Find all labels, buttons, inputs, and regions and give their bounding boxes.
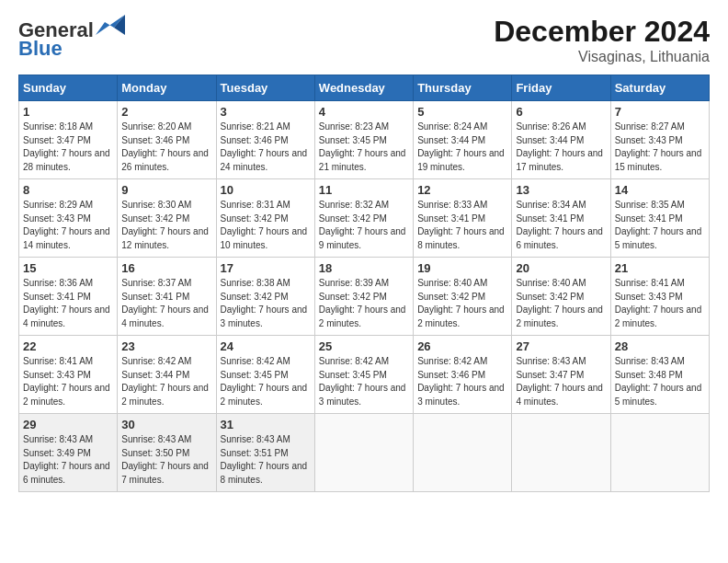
day-info: Sunrise: 8:35 AM Sunset: 3:41 PM Dayligh… xyxy=(615,199,705,252)
month-title: December 2024 xyxy=(494,15,710,49)
table-row: 13 Sunrise: 8:34 AM Sunset: 3:41 PM Dayl… xyxy=(512,179,610,258)
day-info: Sunrise: 8:21 AM Sunset: 3:46 PM Dayligh… xyxy=(221,121,311,174)
day-number: 6 xyxy=(516,105,606,119)
table-row: 30 Sunrise: 8:43 AM Sunset: 3:50 PM Dayl… xyxy=(118,414,216,492)
day-number: 1 xyxy=(23,105,113,119)
header: General Blue December 2024 Visaginas, Li… xyxy=(18,15,710,65)
day-number: 16 xyxy=(121,261,211,275)
day-info: Sunrise: 8:43 AM Sunset: 3:47 PM Dayligh… xyxy=(516,355,606,408)
table-row: 11 Sunrise: 8:32 AM Sunset: 3:42 PM Dayl… xyxy=(314,179,413,258)
day-info: Sunrise: 8:30 AM Sunset: 3:42 PM Dayligh… xyxy=(121,199,211,252)
day-number: 3 xyxy=(221,105,311,119)
calendar-week-3: 22 Sunrise: 8:41 AM Sunset: 3:43 PM Dayl… xyxy=(19,336,710,414)
table-row: 28 Sunrise: 8:43 AM Sunset: 3:48 PM Dayl… xyxy=(610,336,709,414)
col-saturday: Saturday xyxy=(610,75,709,101)
day-number: 25 xyxy=(319,339,409,353)
day-info: Sunrise: 8:43 AM Sunset: 3:48 PM Dayligh… xyxy=(615,355,705,408)
day-number: 27 xyxy=(516,339,606,353)
day-number: 12 xyxy=(417,183,507,197)
calendar-header-row: Sunday Monday Tuesday Wednesday Thursday… xyxy=(19,75,710,101)
table-row: 26 Sunrise: 8:42 AM Sunset: 3:46 PM Dayl… xyxy=(414,336,512,414)
col-thursday: Thursday xyxy=(414,75,512,101)
table-row: 27 Sunrise: 8:43 AM Sunset: 3:47 PM Dayl… xyxy=(512,336,610,414)
day-info: Sunrise: 8:29 AM Sunset: 3:43 PM Dayligh… xyxy=(23,199,113,252)
table-row: 8 Sunrise: 8:29 AM Sunset: 3:43 PM Dayli… xyxy=(19,179,118,258)
table-row: 29 Sunrise: 8:43 AM Sunset: 3:49 PM Dayl… xyxy=(19,414,118,492)
day-number: 2 xyxy=(121,105,211,119)
day-number: 28 xyxy=(615,339,705,353)
table-row: 7 Sunrise: 8:27 AM Sunset: 3:43 PM Dayli… xyxy=(610,101,709,179)
table-row: 23 Sunrise: 8:42 AM Sunset: 3:44 PM Dayl… xyxy=(118,336,216,414)
day-number: 8 xyxy=(23,183,113,197)
day-info: Sunrise: 8:43 AM Sunset: 3:50 PM Dayligh… xyxy=(121,433,211,487)
day-info: Sunrise: 8:42 AM Sunset: 3:44 PM Dayligh… xyxy=(121,355,211,408)
table-row: 6 Sunrise: 8:26 AM Sunset: 3:44 PM Dayli… xyxy=(512,101,610,179)
day-number: 9 xyxy=(121,183,211,197)
table-row: 15 Sunrise: 8:36 AM Sunset: 3:41 PM Dayl… xyxy=(19,258,118,336)
day-number: 22 xyxy=(23,339,113,353)
table-row: 9 Sunrise: 8:30 AM Sunset: 3:42 PM Dayli… xyxy=(118,179,216,258)
day-info: Sunrise: 8:38 AM Sunset: 3:42 PM Dayligh… xyxy=(221,277,311,330)
day-number: 31 xyxy=(221,418,311,431)
table-row: 25 Sunrise: 8:42 AM Sunset: 3:45 PM Dayl… xyxy=(314,336,413,414)
day-number: 21 xyxy=(615,261,705,275)
day-info: Sunrise: 8:42 AM Sunset: 3:45 PM Dayligh… xyxy=(319,355,409,408)
table-row xyxy=(314,414,413,492)
day-number: 26 xyxy=(417,339,507,353)
table-row: 3 Sunrise: 8:21 AM Sunset: 3:46 PM Dayli… xyxy=(216,101,314,179)
day-info: Sunrise: 8:26 AM Sunset: 3:44 PM Dayligh… xyxy=(516,121,606,174)
day-info: Sunrise: 8:32 AM Sunset: 3:42 PM Dayligh… xyxy=(319,199,409,252)
logo-blue: Blue xyxy=(18,37,63,61)
table-row: 12 Sunrise: 8:33 AM Sunset: 3:41 PM Dayl… xyxy=(414,179,512,258)
page: General Blue December 2024 Visaginas, Li… xyxy=(0,0,728,563)
day-info: Sunrise: 8:18 AM Sunset: 3:47 PM Dayligh… xyxy=(23,121,113,174)
day-number: 18 xyxy=(319,261,409,275)
table-row xyxy=(414,414,512,492)
calendar-week-0: 1 Sunrise: 8:18 AM Sunset: 3:47 PM Dayli… xyxy=(19,101,710,179)
day-info: Sunrise: 8:40 AM Sunset: 3:42 PM Dayligh… xyxy=(417,277,507,330)
calendar-week-1: 8 Sunrise: 8:29 AM Sunset: 3:43 PM Dayli… xyxy=(19,179,710,258)
day-number: 24 xyxy=(221,339,311,353)
day-number: 5 xyxy=(417,105,507,119)
day-info: Sunrise: 8:37 AM Sunset: 3:41 PM Dayligh… xyxy=(121,277,211,330)
day-info: Sunrise: 8:42 AM Sunset: 3:46 PM Dayligh… xyxy=(417,355,507,408)
table-row: 17 Sunrise: 8:38 AM Sunset: 3:42 PM Dayl… xyxy=(216,258,314,336)
day-number: 7 xyxy=(615,105,705,119)
col-tuesday: Tuesday xyxy=(216,75,314,101)
day-number: 4 xyxy=(319,105,409,119)
day-info: Sunrise: 8:27 AM Sunset: 3:43 PM Dayligh… xyxy=(615,121,705,174)
day-number: 10 xyxy=(221,183,311,197)
day-info: Sunrise: 8:34 AM Sunset: 3:41 PM Dayligh… xyxy=(516,199,606,252)
table-row: 14 Sunrise: 8:35 AM Sunset: 3:41 PM Dayl… xyxy=(610,179,709,258)
day-info: Sunrise: 8:31 AM Sunset: 3:42 PM Dayligh… xyxy=(221,199,311,252)
day-number: 15 xyxy=(23,261,113,275)
table-row: 16 Sunrise: 8:37 AM Sunset: 3:41 PM Dayl… xyxy=(118,258,216,336)
table-row: 20 Sunrise: 8:40 AM Sunset: 3:42 PM Dayl… xyxy=(512,258,610,336)
logo-icon xyxy=(96,15,125,40)
table-row xyxy=(610,414,709,492)
table-row: 22 Sunrise: 8:41 AM Sunset: 3:43 PM Dayl… xyxy=(19,336,118,414)
table-row: 24 Sunrise: 8:42 AM Sunset: 3:45 PM Dayl… xyxy=(216,336,314,414)
table-row: 10 Sunrise: 8:31 AM Sunset: 3:42 PM Dayl… xyxy=(216,179,314,258)
day-info: Sunrise: 8:24 AM Sunset: 3:44 PM Dayligh… xyxy=(417,121,507,174)
table-row: 5 Sunrise: 8:24 AM Sunset: 3:44 PM Dayli… xyxy=(414,101,512,179)
day-number: 23 xyxy=(121,339,211,353)
col-sunday: Sunday xyxy=(19,75,118,101)
table-row: 2 Sunrise: 8:20 AM Sunset: 3:46 PM Dayli… xyxy=(118,101,216,179)
day-info: Sunrise: 8:42 AM Sunset: 3:45 PM Dayligh… xyxy=(221,355,311,408)
col-monday: Monday xyxy=(118,75,216,101)
day-info: Sunrise: 8:41 AM Sunset: 3:43 PM Dayligh… xyxy=(23,355,113,408)
day-number: 30 xyxy=(121,418,211,431)
day-number: 20 xyxy=(516,261,606,275)
day-number: 19 xyxy=(417,261,507,275)
day-info: Sunrise: 8:33 AM Sunset: 3:41 PM Dayligh… xyxy=(417,199,507,252)
day-info: Sunrise: 8:40 AM Sunset: 3:42 PM Dayligh… xyxy=(516,277,606,330)
table-row: 4 Sunrise: 8:23 AM Sunset: 3:45 PM Dayli… xyxy=(314,101,413,179)
day-info: Sunrise: 8:43 AM Sunset: 3:49 PM Dayligh… xyxy=(23,433,113,487)
table-row: 21 Sunrise: 8:41 AM Sunset: 3:43 PM Dayl… xyxy=(610,258,709,336)
logo: General Blue xyxy=(18,15,125,61)
day-info: Sunrise: 8:20 AM Sunset: 3:46 PM Dayligh… xyxy=(121,121,211,174)
location: Visaginas, Lithuania xyxy=(494,49,710,65)
day-info: Sunrise: 8:43 AM Sunset: 3:51 PM Dayligh… xyxy=(221,433,311,487)
col-wednesday: Wednesday xyxy=(314,75,413,101)
